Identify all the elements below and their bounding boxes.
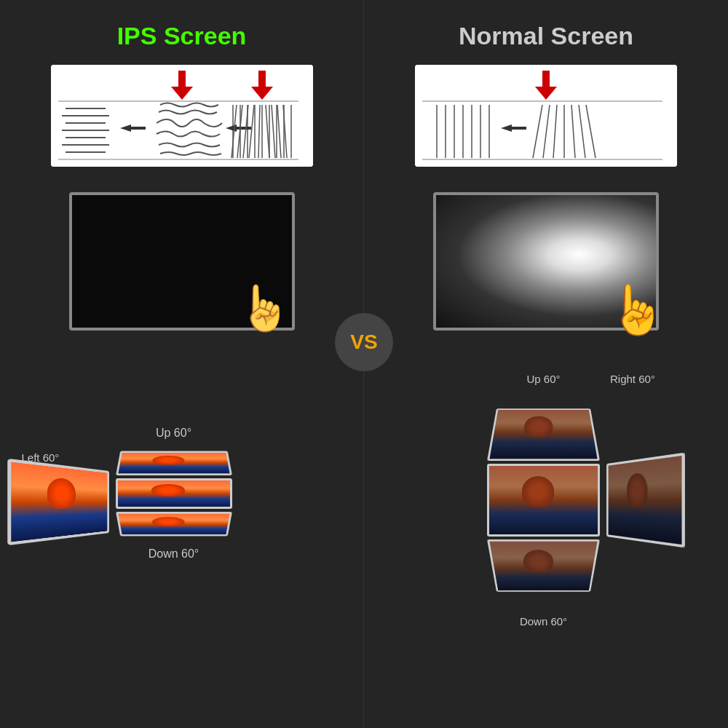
ips-viewing-angles: Up 60° Left 60°: [22, 363, 342, 624]
normal-molecule-diagram: [415, 65, 677, 167]
normal-viewing-angles: Up 60° Right 60°: [386, 363, 706, 637]
ips-angles-grid: Up 60° Left 60°: [22, 363, 342, 624]
left-panel: IPS Screen: [0, 0, 364, 728]
ips-monitor-press: ☝: [51, 181, 313, 341]
normal-monitor-press: ☝: [415, 181, 677, 341]
ips-title: IPS Screen: [117, 22, 247, 50]
normal-down-label: Down 60°: [483, 612, 604, 637]
ips-top-screen: [116, 451, 232, 475]
normal-empty-bot-right: [606, 612, 687, 637]
ips-left-screen: [7, 459, 109, 545]
ips-molecule-diagram: [51, 65, 313, 167]
normal-right-area: [606, 392, 687, 609]
normal-hand-icon: ☝: [607, 282, 666, 338]
ips-bottom-screen: [116, 512, 232, 536]
ips-down-label: Down 60°: [112, 544, 236, 624]
ips-hand-icon: ☝: [237, 282, 291, 334]
ips-empty-bot-right: [239, 544, 326, 624]
vs-circle: VS: [335, 313, 393, 371]
normal-bottom-screen: [487, 539, 600, 592]
ips-left-area: Left 60°: [22, 446, 109, 541]
normal-top-screen: [487, 408, 600, 461]
ips-center-screen: [116, 478, 232, 509]
normal-center-screen: [487, 464, 600, 537]
vs-label: VS: [350, 331, 377, 354]
ips-up-label: Up 60°: [112, 363, 236, 443]
normal-center-column: [483, 392, 604, 609]
ips-right-area: [239, 446, 326, 541]
normal-empty-mid-left: [386, 392, 480, 609]
ips-empty-bot-left: [22, 544, 109, 624]
normal-angles-grid: Up 60° Right 60°: [386, 363, 706, 637]
ips-empty-top-right: [239, 363, 326, 443]
normal-empty-top-left: [386, 363, 480, 389]
main-container: IPS Screen: [0, 0, 728, 728]
normal-right-screen: [606, 452, 685, 547]
ips-center-column: [112, 446, 236, 541]
normal-up-label: Up 60°: [483, 363, 604, 389]
right-panel: Normal Screen: [364, 0, 728, 728]
ips-empty-top-left: [22, 363, 109, 443]
normal-empty-bot-left: [386, 612, 480, 637]
normal-right-label: Right 60°: [606, 363, 687, 389]
normal-title: Normal Screen: [459, 22, 633, 50]
